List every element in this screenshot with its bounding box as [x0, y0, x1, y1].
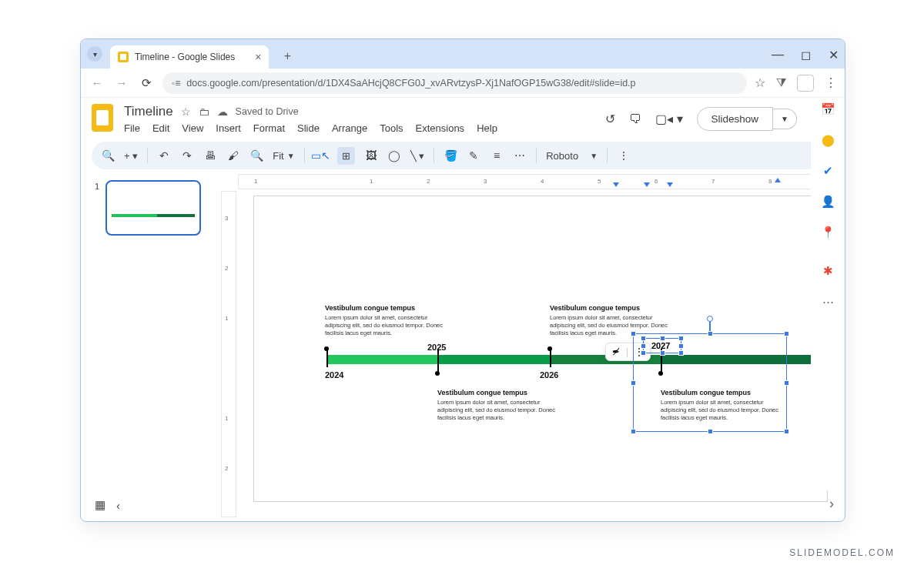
document-header: Timeline ☆ 🗀 ☁ Saved to Drive File Edit …: [81, 98, 845, 134]
site-info-icon[interactable]: ◦≡: [172, 78, 180, 89]
window-minimize-button[interactable]: —: [772, 49, 783, 60]
maps-addon-icon[interactable]: 📍: [821, 226, 835, 239]
block3-body[interactable]: Lorem ipsum dolor sit amet, consectetur …: [437, 399, 561, 422]
horizontal-ruler: 1 1 2 3 4 5 6 7 8: [238, 174, 843, 189]
meet-button[interactable]: ▢◂ ▾: [655, 112, 682, 126]
menu-help[interactable]: Help: [477, 122, 497, 134]
slide-number: 1: [95, 180, 99, 236]
undo-button[interactable]: ↶: [157, 149, 171, 162]
history-button[interactable]: ↺: [605, 112, 615, 126]
menu-arrange[interactable]: Arrange: [332, 122, 367, 134]
browser-tab[interactable]: Timeline - Google Slides ×: [110, 45, 269, 69]
shape-tool-button[interactable]: ◯: [387, 149, 401, 162]
star-document-button[interactable]: ☆: [181, 105, 191, 118]
block3-title[interactable]: Vestibulum congue tempus: [437, 389, 527, 396]
zoom-tool-button[interactable]: 🔍: [249, 149, 263, 162]
menu-edit[interactable]: Edit: [152, 122, 169, 134]
menu-view[interactable]: View: [182, 122, 203, 134]
nav-forward-button[interactable]: →: [113, 76, 130, 89]
menu-format[interactable]: Format: [253, 122, 285, 134]
slide-thumbnail-1[interactable]: [105, 180, 201, 236]
menu-slide[interactable]: Slide: [297, 122, 320, 134]
marker-2025[interactable]: [435, 371, 440, 376]
search-menus-button[interactable]: 🔍: [101, 149, 115, 162]
nav-back-button[interactable]: ←: [89, 76, 105, 89]
select-tool-button[interactable]: ▭↖: [314, 149, 328, 162]
marker-2024[interactable]: [324, 346, 329, 351]
tick-2026[interactable]: [550, 349, 551, 367]
image-tool-button[interactable]: 🖼: [364, 149, 378, 162]
tick-2024[interactable]: [326, 349, 328, 367]
browser-address-bar: ← → ⟳ ◦≡ docs.google.com/presentation/d/…: [81, 69, 845, 98]
slideshow-button[interactable]: Slideshow: [697, 107, 774, 131]
menu-bar: File Edit View Insert Format Slide Arran…: [124, 122, 596, 134]
window-maximize-button[interactable]: ◻: [800, 49, 811, 60]
border-weight-button[interactable]: ≡: [490, 149, 504, 162]
bookmark-star-icon[interactable]: ☆: [755, 75, 765, 90]
tab-title: Timeline - Google Slides: [135, 52, 235, 62]
more-addons-icon[interactable]: ⋯: [821, 295, 835, 309]
slideshow-dropdown[interactable]: ▼: [773, 109, 797, 129]
browser-menu-button[interactable]: ⋮: [825, 75, 837, 90]
watermark: SLIDEMODEL.COM: [789, 547, 895, 558]
vertical-ruler: 3 2 1 1 2: [221, 191, 236, 517]
nav-reload-button[interactable]: ⟳: [138, 76, 155, 90]
new-tab-button[interactable]: +: [278, 47, 296, 65]
menu-extensions[interactable]: Extensions: [416, 122, 465, 134]
year-2026[interactable]: 2026: [540, 370, 558, 380]
side-panel-toggle[interactable]: ›: [829, 496, 834, 512]
slide-canvas-wrap[interactable]: 2024 2025 2026 Vestibulum congue tempus …: [239, 192, 842, 516]
marker-2026[interactable]: [547, 346, 552, 351]
line-tool-button[interactable]: ╲ ▾: [410, 150, 425, 162]
profile-button[interactable]: [797, 75, 814, 92]
comments-button[interactable]: 🗨: [629, 112, 641, 126]
browser-titlebar: ▾ Timeline - Google Slides × + — ◻ ✕: [81, 39, 845, 69]
tab-search-button[interactable]: ▾: [87, 46, 102, 62]
canvas-area: 1 1 2 3 4 5 6 7 8 3 2 1 1 2: [221, 174, 845, 522]
calendar-addon-icon[interactable]: 📅: [821, 102, 835, 116]
print-button[interactable]: 🖶: [203, 149, 217, 162]
rotation-handle[interactable]: [707, 316, 713, 322]
extensions-icon[interactable]: ⧩: [776, 76, 786, 90]
addon-icon[interactable]: ✱: [821, 264, 835, 278]
font-select[interactable]: Roboto ▼: [546, 150, 598, 162]
filmstrip-collapse-button[interactable]: ‹: [116, 499, 120, 512]
slides-logo-icon[interactable]: [92, 104, 115, 133]
cloud-saved-icon: ☁: [217, 105, 228, 118]
menu-tools[interactable]: Tools: [380, 122, 403, 134]
close-tab-button[interactable]: ×: [255, 51, 261, 63]
workspace: 1 1 1 2 3 4 5 6 7 8: [81, 174, 845, 522]
move-document-button[interactable]: 🗀: [199, 105, 209, 118]
grid-view-button[interactable]: ▦: [95, 498, 105, 512]
slide-canvas[interactable]: 2024 2025 2026 Vestibulum congue tempus …: [253, 196, 828, 502]
selection-bounding-box[interactable]: [633, 333, 787, 432]
block1-title[interactable]: Vestibulum congue tempus: [325, 304, 415, 312]
document-title[interactable]: Timeline: [124, 104, 173, 119]
fill-color-button[interactable]: 🪣: [444, 149, 457, 162]
zoom-select[interactable]: Fit ▼: [273, 150, 294, 162]
tick-2025[interactable]: [437, 349, 439, 373]
window-close-button[interactable]: ✕: [828, 49, 839, 60]
more-tools-button[interactable]: ⋮: [617, 149, 631, 162]
redo-button[interactable]: ↷: [180, 149, 194, 162]
border-dash-button[interactable]: ⋯: [513, 149, 527, 162]
tasks-addon-icon[interactable]: ✔: [821, 164, 835, 178]
new-slide-button[interactable]: + ▾: [124, 150, 138, 162]
keep-addon-icon[interactable]: ⬤: [821, 133, 835, 147]
slide-filmstrip: 1: [81, 174, 221, 522]
toolbar: 🔍 + ▾ ↶ ↷ 🖶 🖌 🔍 Fit ▼ ▭↖ ⊞ 🖼 ◯ ╲ ▾ 🪣 ✎ ≡…: [92, 142, 834, 169]
slides-favicon-icon: [118, 52, 129, 62]
block1-body[interactable]: Lorem ipsum dolor sit amet, consectetur …: [325, 314, 448, 337]
contacts-addon-icon[interactable]: 👤: [821, 195, 835, 209]
block2-title[interactable]: Vestibulum congue tempus: [550, 304, 640, 312]
paint-format-button[interactable]: 🖌: [226, 149, 240, 162]
year-2024[interactable]: 2024: [325, 370, 343, 380]
url-text: docs.google.com/presentation/d/1DX4SaAHc…: [186, 78, 635, 89]
format-painter-icon[interactable]: ✒̸: [612, 346, 620, 357]
url-input[interactable]: ◦≡ docs.google.com/presentation/d/1DX4Sa…: [162, 72, 747, 94]
year-2025[interactable]: 2025: [427, 343, 446, 352]
textbox-tool-button[interactable]: ⊞: [337, 147, 355, 165]
border-color-button[interactable]: ✎: [467, 149, 480, 162]
menu-file[interactable]: File: [124, 122, 140, 134]
menu-insert[interactable]: Insert: [216, 122, 241, 134]
